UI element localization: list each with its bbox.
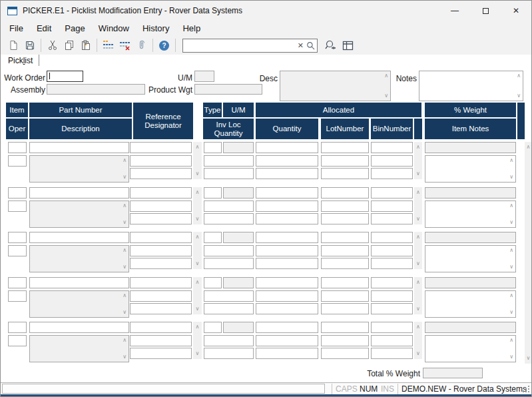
menu-item-file[interactable]: File [3,21,30,35]
bin-number-input[interactable] [371,258,413,269]
lot-number-input[interactable] [321,200,369,212]
copy-button[interactable] [61,37,77,53]
allocated-scrollbar[interactable]: ∧ ∨ [414,322,422,359]
reference-designator-input[interactable] [130,187,192,198]
reference-designator-input[interactable] [130,142,192,153]
scroll-up-icon[interactable]: ∧ [416,190,420,195]
resize-grip-icon[interactable] [522,385,530,393]
allocated-scrollbar[interactable]: ∧ ∨ [414,277,422,314]
scroll-down-icon[interactable]: ∨ [416,171,420,177]
inv-loc-input[interactable] [204,290,254,302]
scroll-up-icon[interactable]: ∧ [527,145,531,150]
scroll-up-icon[interactable]: ∧ [509,293,513,298]
quick-search-input[interactable] [185,40,295,51]
allocated-quantity-input[interactable] [256,155,318,167]
scroll-down-icon[interactable]: ∨ [517,93,521,99]
bin-number-input[interactable] [371,290,413,302]
oper-input[interactable] [8,155,27,167]
scroll-down-icon[interactable]: ∨ [416,216,420,222]
allocated-scrollbar[interactable]: ∧ ∨ [414,232,422,269]
oper-input[interactable] [8,290,27,302]
scroll-down-icon[interactable]: ∨ [416,306,420,312]
reference-designator-input[interactable] [130,200,192,212]
part-number-input[interactable] [29,322,129,333]
item-notes-input[interactable]: ∧ ∨ [425,200,516,228]
allocated-quantity-input[interactable] [256,290,318,302]
scroll-down-icon[interactable]: ∨ [196,216,200,222]
table-layout-button[interactable] [340,37,356,53]
allocated-quantity-input[interactable] [256,322,318,333]
search-icon[interactable] [306,41,315,50]
part-number-input[interactable] [29,232,129,243]
clear-search-icon[interactable]: ✕ [295,41,306,50]
scroll-up-icon[interactable]: ∧ [509,203,513,208]
scroll-down-icon[interactable]: ∨ [509,220,513,225]
allocated-quantity-input[interactable] [256,168,318,179]
allocated-quantity-input[interactable] [256,142,318,153]
quantity-input[interactable] [204,348,254,359]
help-button[interactable]: ? [156,37,172,53]
inv-loc-input[interactable] [204,200,254,212]
scroll-down-icon[interactable]: ∨ [196,351,200,356]
lot-number-input[interactable] [321,168,369,179]
lot-number-input[interactable] [321,213,369,224]
allocated-quantity-input[interactable] [256,277,318,288]
reference-designator-input[interactable] [130,258,192,269]
lot-number-input[interactable] [321,142,369,153]
allocated-quantity-input[interactable] [256,213,318,224]
reference-designator-scrollbar[interactable]: ∧ ∨ [193,232,202,269]
reference-designator-input[interactable] [130,322,192,333]
save-button[interactable] [21,37,38,53]
scroll-up-icon[interactable]: ∧ [196,280,200,285]
part-number-input[interactable] [29,187,129,198]
lot-number-input[interactable] [321,187,369,198]
scroll-up-icon[interactable]: ∧ [416,280,420,285]
item-input[interactable] [8,142,27,153]
insert-row-button[interactable] [100,37,117,53]
item-input[interactable] [8,277,27,288]
reference-designator-input[interactable] [130,213,192,224]
reference-designator-input[interactable] [130,155,192,167]
reference-designator-input[interactable] [130,303,192,314]
scroll-up-icon[interactable]: ∧ [509,158,513,163]
scroll-up-icon[interactable]: ∧ [196,190,200,195]
bin-number-input[interactable] [371,303,413,314]
type-input[interactable] [204,142,222,153]
type-input[interactable] [204,187,222,198]
menu-item-edit[interactable]: Edit [30,21,58,35]
allocated-scrollbar[interactable]: ∧ ∨ [414,187,422,224]
reference-designator-input[interactable] [130,277,192,288]
item-input[interactable] [8,187,27,198]
allocated-quantity-input[interactable] [256,348,318,359]
part-number-input[interactable] [29,277,129,288]
scroll-down-icon[interactable]: ∨ [509,354,513,360]
reference-designator-scrollbar[interactable]: ∧ ∨ [193,187,202,224]
scroll-down-icon[interactable]: ∨ [196,306,200,312]
scroll-up-icon[interactable]: ∧ [517,73,521,79]
paste-button[interactable] [77,37,94,53]
bin-number-input[interactable] [371,200,413,212]
scroll-down-icon[interactable]: ∨ [416,261,420,266]
lot-number-input[interactable] [321,322,369,333]
scroll-up-icon[interactable]: ∧ [196,324,200,330]
inv-loc-input[interactable] [204,155,254,167]
part-number-input[interactable] [29,142,129,153]
type-input[interactable] [204,232,222,243]
scroll-up-icon[interactable]: ∧ [416,145,420,150]
attachment-button[interactable] [133,37,150,53]
allocated-quantity-input[interactable] [256,258,318,269]
oper-input[interactable] [8,200,27,212]
lot-number-input[interactable] [321,290,369,302]
scroll-up-icon[interactable]: ∧ [416,234,420,240]
search-view-button[interactable] [323,37,340,53]
bin-number-input[interactable] [371,142,413,153]
reference-designator-input[interactable] [130,245,192,256]
scroll-up-icon[interactable]: ∧ [196,145,200,150]
lot-number-input[interactable] [321,277,369,288]
oper-input[interactable] [8,335,27,346]
menu-item-history[interactable]: History [136,21,176,35]
delete-row-button[interactable] [117,37,133,53]
type-input[interactable] [204,277,222,288]
scroll-down-icon[interactable]: ∨ [509,264,513,270]
reference-designator-scrollbar[interactable]: ∧ ∨ [193,277,202,314]
